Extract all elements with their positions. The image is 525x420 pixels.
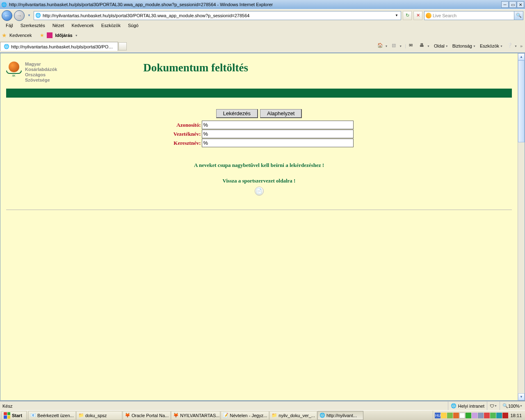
input-lastname[interactable]: [202, 130, 354, 138]
label-id: Azonosító:: [165, 122, 201, 128]
zoom-control[interactable]: 🔍 100% ▼: [500, 402, 525, 410]
forward-button[interactable]: →: [14, 10, 25, 21]
help-button[interactable]: ❔▼: [506, 42, 518, 50]
net-icon: XX: [12, 74, 15, 78]
menu-edit[interactable]: Szerkesztés: [17, 22, 48, 29]
menu-file[interactable]: Fájl: [2, 22, 16, 29]
restore-button[interactable]: ▭: [509, 1, 516, 8]
taskbar-task[interactable]: 🦊NYILVANTARTAS...: [171, 411, 220, 420]
org-name: MagyarKosárlabdázókOrszágosSzövetsége: [25, 62, 57, 83]
tray-icon[interactable]: [484, 413, 490, 418]
page-header: XX MagyarKosárlabdázókOrszágosSzövetsége…: [6, 62, 512, 83]
window-titlebar: 🌐 http://nyilvantartas.hunbasket.hu/pls/…: [0, 0, 525, 9]
status-zone: 🌐Helyi intranet: [448, 402, 487, 410]
search-box[interactable]: Live Search: [424, 11, 514, 20]
cmd-overflow[interactable]: »: [520, 43, 523, 48]
lang-indicator[interactable]: HU: [435, 413, 441, 418]
address-bar[interactable]: 🌐 ▼: [34, 11, 401, 20]
task-label: doku_spsz: [85, 413, 107, 418]
taskbar-task[interactable]: 📁doku_spsz: [76, 411, 122, 420]
tray-icon[interactable]: [478, 413, 484, 418]
logo: XX: [6, 62, 23, 78]
feeds-button[interactable]: ▧▼: [390, 42, 403, 50]
start-button[interactable]: Start: [2, 411, 27, 420]
task-label: NYILVANTARTAS...: [180, 413, 219, 418]
history-dropdown[interactable]: ▼: [26, 11, 32, 21]
task-label: Névtelen - Jegyz...: [230, 413, 267, 418]
tray-icon[interactable]: [453, 413, 459, 418]
tab-current[interactable]: 🌐 http://nyilvantartas.hunbasket.hu/pls/…: [0, 42, 118, 51]
taskbar-task[interactable]: 🦊Oracle Portal Na...: [123, 411, 171, 420]
tray-icon[interactable]: [502, 413, 508, 418]
vertical-scrollbar[interactable]: ▲ ▼: [518, 53, 525, 400]
tray-icon[interactable]: [472, 413, 477, 418]
fav-item-dropdown[interactable]: ▼: [75, 34, 78, 37]
window-title: http://nyilvantartas.hunbasket.hu/pls/po…: [9, 2, 273, 7]
min-button[interactable]: ─: [501, 1, 509, 8]
tray-icon[interactable]: [447, 413, 453, 418]
favorites-star-icon[interactable]: ★: [2, 32, 7, 39]
label-lastname: Vezetéknév:: [165, 131, 201, 137]
taskbar-task[interactable]: 📁nyilv_doku_ver_...: [269, 411, 317, 420]
close-button[interactable]: ✕: [517, 1, 524, 8]
tray-icon[interactable]: [496, 413, 502, 418]
mail-button[interactable]: ✉: [408, 42, 417, 50]
page-content: ▲ ▼ XX MagyarKosárlabdázókOrszágosSzövet…: [0, 52, 525, 401]
fav-item-weather[interactable]: Időjárás: [55, 33, 72, 38]
search-placeholder: Live Search: [433, 13, 457, 18]
taskbar-task[interactable]: 📝Névtelen - Jegyz...: [221, 411, 269, 420]
page-menu[interactable]: Oldal▼: [433, 43, 450, 49]
new-tab-button[interactable]: [119, 42, 127, 50]
status-ready: Kész: [0, 402, 15, 410]
add-fav-icon[interactable]: ★: [40, 32, 44, 38]
bing-icon: [426, 13, 431, 18]
task-icon: 🌐: [320, 413, 325, 418]
task-icon: 📁: [272, 413, 277, 418]
query-button[interactable]: Lekérdezés: [216, 109, 258, 118]
tray-icon[interactable]: [466, 413, 471, 418]
task-icon: 🦊: [173, 413, 179, 418]
mail-icon: ✉: [409, 43, 415, 49]
scroll-thumb[interactable]: [518, 60, 525, 142]
tray-icon[interactable]: [490, 413, 496, 418]
back-button[interactable]: ←: [2, 10, 12, 21]
scroll-down-button[interactable]: ▼: [518, 393, 525, 400]
hoop-icon: [6, 71, 22, 74]
menu-tools[interactable]: Eszközök: [98, 22, 124, 29]
menu-view[interactable]: Nézet: [49, 22, 68, 29]
tray-icon[interactable]: [441, 413, 447, 418]
taskbar-tasks: 📧Beérkezett üzen...📁doku_spsz🦊Oracle Por…: [28, 411, 433, 420]
hint-text: A neveket csupa nagybetűvel kell beírni …: [6, 162, 512, 169]
stop-button[interactable]: ✕: [413, 11, 422, 20]
taskbar-task[interactable]: 📧Beérkezett üzen...: [28, 411, 76, 420]
menu-favorites[interactable]: Kedvencek: [68, 22, 97, 29]
rss-icon: ▧: [392, 43, 398, 49]
address-input[interactable]: [43, 13, 393, 18]
command-bar: 🏠▼ ▧▼ | ✉ 🖶▼ Oldal▼ Biztonság▼ Eszközök▼…: [374, 41, 525, 51]
address-dropdown[interactable]: ▼: [393, 14, 400, 17]
home-icon: 🏠: [377, 43, 384, 49]
refresh-button[interactable]: ↻: [403, 11, 412, 20]
protected-mode[interactable]: 🛡 ▼: [487, 402, 500, 410]
document-icon[interactable]: 📄: [255, 187, 264, 196]
clock[interactable]: 18:11: [509, 413, 523, 418]
print-button[interactable]: 🖶▼: [418, 42, 431, 50]
reset-button[interactable]: Alaphelyzet: [260, 109, 302, 118]
safety-menu[interactable]: Biztonság▼: [451, 43, 477, 49]
favorites-label[interactable]: Kedvencek: [9, 33, 32, 38]
home-button[interactable]: 🏠▼: [376, 42, 389, 50]
search-form: Lekérdezés Alaphelyzet Azonosító: Vezeté…: [165, 109, 354, 147]
tab-page-icon: 🌐: [4, 44, 9, 50]
system-tray: HU 18:11: [433, 411, 525, 420]
tray-icon[interactable]: [459, 413, 465, 418]
search-go-button[interactable]: 🔍: [514, 11, 523, 20]
green-bar: [6, 89, 512, 98]
input-firstname[interactable]: [202, 139, 354, 147]
taskbar-task[interactable]: 🌐http://nyilvant...: [317, 411, 363, 420]
scroll-up-button[interactable]: ▲: [518, 53, 525, 60]
back-link[interactable]: Vissza a sportszervezet oldalra !: [6, 178, 512, 184]
menu-help[interactable]: Súgó: [125, 22, 142, 29]
input-id[interactable]: [202, 121, 354, 129]
status-bar: Kész 🌐Helyi intranet 🛡 ▼ 🔍 100% ▼: [0, 401, 525, 410]
tools-menu[interactable]: Eszközök▼: [479, 43, 504, 49]
